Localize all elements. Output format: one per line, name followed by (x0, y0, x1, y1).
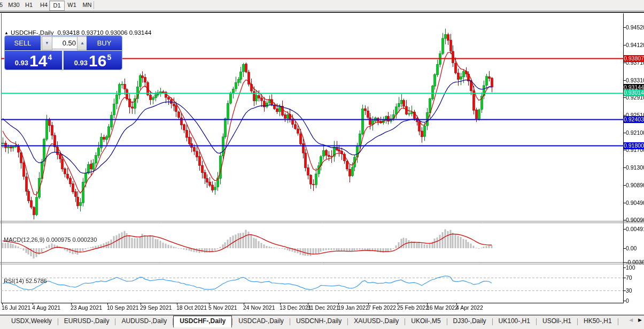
rsi-tick-label: 70 (626, 274, 632, 281)
chart-tab-usdcnh-[interactable]: USDCNH-,Daily (290, 316, 347, 327)
date-label: 10 Sep 2021 (107, 304, 139, 311)
date-label: 31 Dec 2021 (307, 304, 339, 311)
price-tick-label: 0.92100 (626, 129, 644, 136)
buy-price-panel[interactable]: 0.93 16 5 (64, 51, 122, 70)
macd-signal-value: 0.000230 (72, 236, 97, 243)
chart-tab-hk50-[interactable]: HK50-,H1 (578, 316, 618, 327)
price-level-badge: 0.92403 (624, 116, 644, 123)
price-level-badge: 0.91800 (624, 142, 644, 149)
chart-tab-ukoil-[interactable]: UKOil-,M5 (405, 316, 446, 327)
price-tick-label: 0.90890 (626, 182, 644, 188)
price-tick-label: 0.90490 (626, 200, 644, 206)
date-label: 29 Sep 2021 (140, 304, 172, 311)
buy-price-sup: 5 (107, 53, 111, 62)
up-triangle-icon: ▲ (4, 30, 9, 35)
rsi-indicator-label: RSI(14) 52.5786 (4, 278, 47, 284)
chart-tab-usoil-[interactable]: USOil-,H1 (537, 316, 577, 327)
date-label: 4 Aug 2021 (32, 304, 60, 311)
date-label: 4 Apr 2022 (456, 304, 483, 311)
one-click-trading-widget: SELL ▼ ▲ BUY 0.93 14 4 0.93 16 5 (4, 35, 122, 70)
timeframe-toolbar: 5M30H1H4D1W1MN (0, 0, 644, 11)
chart-tab-usdcad-[interactable]: USDCAD-,Daily (232, 316, 290, 327)
date-label: 25 Feb 2022 (397, 304, 429, 311)
macd-main-value: 0.000975 (46, 236, 71, 243)
date-label: 18 Oct 2021 (176, 304, 207, 311)
sell-button[interactable]: SELL (5, 36, 41, 50)
date-label: 13 Dec 2021 (280, 304, 312, 311)
date-label: 24 Nov 2021 (243, 304, 275, 311)
timeframe-button-w1[interactable]: W1 (65, 1, 79, 10)
chart-tab-dj30-[interactable]: DJ30-,Daily (447, 316, 492, 327)
chart-window: ▲USDCHF-,Daily0.93418 0.93710 0.93006 0.… (0, 12, 644, 315)
rsi-value: 52.5786 (26, 278, 47, 284)
volume-input[interactable] (52, 36, 79, 49)
tab-scroll-right-icon[interactable]: ▶ (638, 317, 642, 323)
price-tick-label: 0.94120 (626, 42, 644, 48)
price-tick-label: 0.94520 (626, 24, 644, 30)
date-label: 16 Jul 2021 (2, 304, 30, 311)
date-label: 16 Mar 2022 (426, 304, 458, 311)
macd-indicator-label: MACD(12,26,9) 0.000975 0.000230 (4, 236, 97, 243)
buy-button[interactable]: BUY (87, 36, 122, 50)
chart-tab-usdchf-[interactable]: USDCHF-,Daily (173, 316, 232, 327)
timeframe-button-m30[interactable]: M30 (6, 1, 21, 10)
rsi-name: RSI(14) (4, 278, 24, 284)
price-tick-label: 0.93310 (626, 77, 644, 83)
tab-scroll-left-icon[interactable]: ◀ (629, 317, 633, 323)
timeframe-button-5[interactable]: 5 (0, 1, 4, 10)
trade-controls-row: SELL ▼ ▲ BUY (5, 36, 122, 50)
sell-price-sup: 4 (48, 53, 52, 62)
date-label: 5 Nov 2021 (208, 304, 237, 311)
macd-tick-label: 0.00 (626, 245, 637, 251)
timeframe-button-h4[interactable]: H4 (37, 1, 50, 10)
tab-scroll-arrows: ◀ ▶ (629, 317, 642, 323)
date-label: 19 Jan 2022 (338, 304, 369, 311)
timeframe-button-mn[interactable]: MN (80, 1, 94, 10)
buy-price-base: 0.93 (74, 59, 88, 67)
chart-tab-eurusd-[interactable]: EURUSD-,Daily (58, 316, 115, 327)
chart-tab-usdx[interactable]: USDX,Weekly (5, 316, 58, 327)
price-level-badge: 0.93014 (624, 89, 644, 96)
rsi-tick-label: 30 (626, 287, 632, 294)
rsi-tick-label: 0 (626, 297, 629, 304)
sell-price-base: 0.93 (15, 59, 28, 67)
buy-price-big: 16 (89, 53, 106, 68)
trading-platform-window: 5M30H1H4D1W1MN ▲USDCHF-,Daily0.93418 0.9… (0, 0, 644, 329)
date-label: 7 Feb 2022 (368, 304, 396, 311)
price-level-badge: 0.93807 (624, 55, 644, 62)
timeframe-button-d1[interactable]: D1 (49, 1, 65, 11)
rsi-tick-label: 100 (626, 264, 635, 271)
date-label: 23 Aug 2021 (71, 304, 102, 311)
tab-separator (618, 318, 618, 325)
macd-tick-label: 0.004913 (626, 226, 644, 232)
sell-price-big: 14 (29, 53, 47, 68)
chart-tab-xauusd-[interactable]: XAUUSD-,Daily (348, 316, 405, 327)
sell-price-panel[interactable]: 0.93 14 4 (5, 51, 62, 70)
price-tick-label: 0.91300 (626, 164, 644, 171)
volume-increase-button[interactable]: ▲ (77, 36, 88, 50)
price-tick-label: 0.90090 (626, 217, 644, 223)
chart-tab-bar: USDX,WeeklyEURUSD-,DailyAUDUSD-,DailyUSD… (0, 315, 644, 329)
toolbar-separator (94, 1, 94, 9)
chart-tab-audusd-[interactable]: AUDUSD-,Daily (115, 316, 173, 327)
macd-name: MACD(12,26,9) (4, 236, 44, 243)
timeframe-button-h1[interactable]: H1 (22, 1, 35, 10)
chart-tab-uk100-[interactable]: UK100-,H1 (493, 316, 536, 327)
volume-decrease-button[interactable]: ▼ (42, 36, 52, 50)
